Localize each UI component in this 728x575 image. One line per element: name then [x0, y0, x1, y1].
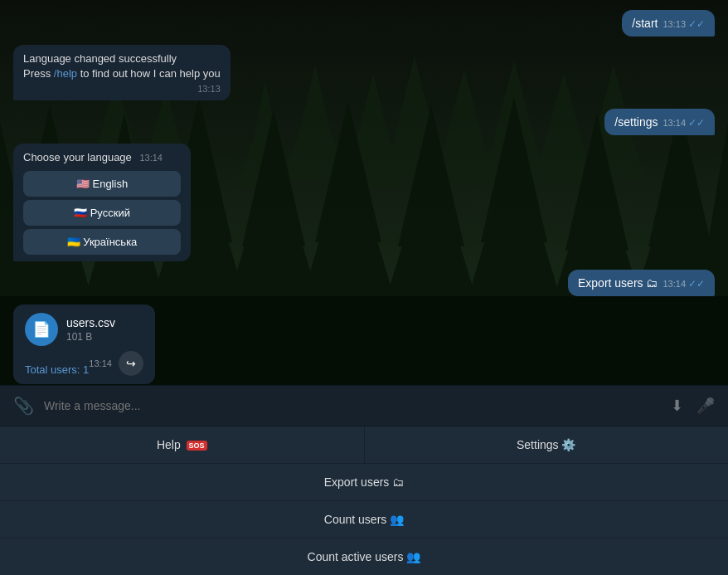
file-row: 📄 users.csv 101 B [25, 313, 143, 346]
export-users-label: Export users 🗂 [324, 475, 404, 489]
message-settings: /settings 13:14 ✓✓ [13, 109, 715, 135]
sos-badge: SOS [187, 441, 207, 451]
keyboard-row-2: Export users 🗂 [0, 464, 728, 500]
forward-button[interactable]: ↪ [119, 351, 143, 376]
keyboard-row-3: Count users 👥 [0, 501, 728, 538]
double-check-icon: ✓✓ [688, 18, 705, 30]
file-size: 101 B [66, 331, 115, 343]
message-export: Export users 🗂 13:14 ✓✓ [13, 270, 715, 296]
lang-changed-time: 13:13 [23, 84, 221, 94]
total-users-count: 1 [83, 363, 89, 376]
choose-lang-text: Choose your language [23, 151, 132, 163]
help-button[interactable]: Help SOS [0, 426, 364, 463]
bubble-lang-changed: Language changed successfully Press /hel… [13, 45, 231, 100]
settings-text: /settings [614, 115, 658, 129]
lang-changed-line2: Press /help to find out how I can help y… [23, 66, 221, 81]
keyboard-row-4: Count active users 👥 [0, 538, 728, 575]
help-label: Help [157, 438, 184, 451]
count-active-users-label: Count active users 👥 [308, 550, 421, 563]
language-buttons: 🇺🇸 English 🇷🇺 Русский 🇺🇦 Українська [23, 171, 181, 255]
total-users-label: Total users: [25, 363, 80, 376]
file-bottom: Total users: 1 13:14 ↪ [25, 351, 143, 376]
export-users-button[interactable]: Export users 🗂 [0, 464, 728, 500]
count-users-button[interactable]: Count users 👥 [0, 501, 728, 538]
lang-btn-english[interactable]: 🇺🇸 English [23, 171, 181, 197]
bubble-start: /start 13:13 ✓✓ [622, 10, 715, 37]
file-time: 13:14 [89, 358, 112, 368]
chat-area: /start 13:13 ✓✓ Language changed success… [0, 0, 728, 385]
bubble-choose-lang: Choose your language 13:14 🇺🇸 English 🇷🇺… [13, 144, 191, 261]
keyboard-area: Help SOS Settings ⚙️ Export users 🗂 Coun… [0, 426, 728, 575]
start-text: /start [632, 17, 658, 30]
lang-btn-ukrainian[interactable]: 🇺🇦 Українська [23, 229, 181, 255]
lang-btn-russian[interactable]: 🇷🇺 Русский [23, 200, 181, 226]
message-lang-changed: Language changed successfully Press /hel… [13, 45, 715, 100]
keyboard-row-1: Help SOS Settings ⚙️ [0, 426, 728, 463]
input-right-buttons: ⬇ 🎤 [667, 393, 718, 418]
help-link[interactable]: /help [54, 67, 77, 80]
settings-time: 13:14 ✓✓ [662, 117, 705, 129]
double-check-icon3: ✓✓ [688, 278, 705, 290]
chat-messages: /start 13:13 ✓✓ Language changed success… [0, 0, 728, 385]
settings-button[interactable]: Settings ⚙️ [365, 426, 729, 463]
export-text: Export users 🗂 [578, 276, 658, 290]
message-choose-lang: Choose your language 13:14 🇺🇸 English 🇷🇺… [13, 144, 715, 261]
attach-button[interactable]: 📎 [10, 392, 37, 419]
file-info: users.csv 101 B [66, 316, 115, 343]
file-actions: 13:14 ↪ [89, 351, 143, 376]
message-input[interactable] [44, 399, 661, 412]
settings-label: Settings ⚙️ [517, 438, 575, 451]
count-active-users-button[interactable]: Count active users 👥 [0, 538, 728, 575]
export-time: 13:14 ✓✓ [662, 278, 705, 290]
input-area: 📎 ⬇ 🎤 [0, 385, 728, 426]
start-time: 13:13 ✓✓ [662, 18, 705, 30]
lang-changed-line1: Language changed successfully [23, 51, 221, 66]
count-users-label: Count users 👥 [324, 513, 404, 526]
bubble-export: Export users 🗂 13:14 ✓✓ [568, 270, 715, 296]
file-name: users.csv [66, 316, 115, 329]
bubble-settings: /settings 13:14 ✓✓ [604, 109, 715, 135]
voice-button[interactable]: 🎤 [693, 393, 718, 418]
file-bubble: 📄 users.csv 101 B Total users: 1 13:14 [13, 305, 155, 384]
choose-lang-time: 13:14 [139, 153, 163, 163]
message-start: /start 13:13 ✓✓ [13, 10, 715, 37]
file-icon: 📄 [25, 313, 58, 346]
expand-button[interactable]: ⬇ [667, 393, 687, 418]
double-check-icon2: ✓✓ [688, 117, 705, 129]
message-file: 📄 users.csv 101 B Total users: 1 13:14 [13, 305, 715, 384]
total-users: Total users: 1 [25, 363, 89, 376]
